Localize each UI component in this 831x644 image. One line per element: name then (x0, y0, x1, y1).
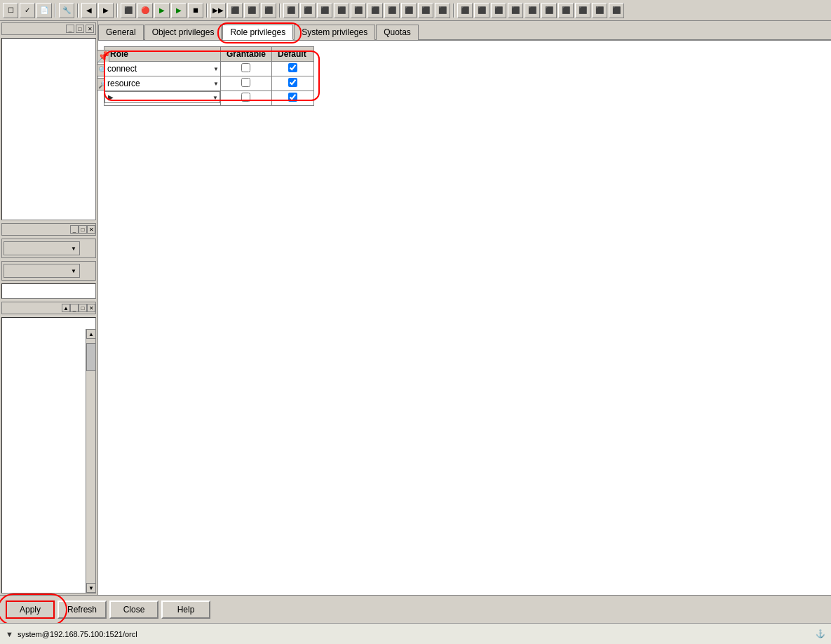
role-cell-resource[interactable]: resource ▼ (104, 76, 221, 91)
panel-btn-restore-1[interactable]: □ (76, 25, 84, 33)
panel-btn-close-2[interactable]: ✕ (87, 225, 95, 234)
scroll-down-arrow[interactable]: ▼ (86, 583, 96, 593)
toolbar-btn-play[interactable]: ▶ (154, 3, 170, 18)
toolbar-btn-14[interactable]: ⬛ (367, 3, 383, 18)
col-header-default: Default (272, 47, 314, 62)
tab-object-privileges[interactable]: Object privileges (144, 25, 222, 40)
toolbar-btn-15[interactable]: ⬛ (384, 3, 400, 18)
content-area: General Object privileges Role privilege… (98, 21, 831, 595)
tab-general[interactable]: General (98, 25, 144, 40)
toolbar-btn-10[interactable]: ⬛ (300, 3, 316, 18)
default-checkbox-connect[interactable] (288, 63, 297, 72)
toolbar-btn-21[interactable]: ⬛ (491, 3, 506, 18)
panel-btn-minimize-1[interactable]: _ (66, 25, 74, 33)
panel-btn-close-3[interactable]: ✕ (87, 304, 95, 312)
role-dropdown-arrow-3: ▼ (212, 94, 218, 100)
toolbar-btn-16[interactable]: ⬛ (401, 3, 417, 18)
toolbar-sep-3 (116, 4, 118, 18)
grantable-checkbox-new[interactable] (241, 93, 250, 102)
toolbar-btn-stop[interactable]: ⬛ (121, 3, 136, 18)
panel-btn-up-3[interactable]: ▲ (62, 304, 70, 312)
toolbar-btn-5[interactable]: ▶▶ (210, 3, 226, 18)
apply-button[interactable]: Apply (6, 601, 55, 619)
toolbar-btn-forward[interactable]: ▶ (98, 3, 114, 18)
bottom-list-panel: ▲ ▼ (1, 317, 96, 593)
help-button[interactable]: Help (161, 601, 210, 619)
grantable-cell-new[interactable] (220, 91, 271, 106)
toolbar-btn-red[interactable]: 🔴 (137, 3, 153, 18)
scrollbar-thumb[interactable] (86, 343, 96, 371)
grantable-checkbox-resource[interactable] (241, 78, 250, 87)
toolbar-btn-2[interactable]: ✓ (20, 3, 35, 18)
pin-icon[interactable]: 📌 (97, 50, 109, 62)
left-panel: _ □ ✕ 📌 🔍 🔎 _ □ ✕ ▼ (0, 21, 98, 595)
tree-panel: 📌 🔍 🔎 (1, 38, 96, 220)
toolbar-btn-stop2[interactable]: ⏹ (188, 3, 203, 18)
toolbar-sep-2 (77, 4, 79, 18)
toolbar-btn-23[interactable]: ⬛ (525, 3, 540, 18)
toolbar-btn-26[interactable]: ⬛ (575, 3, 590, 18)
scroll-up-arrow[interactable]: ▲ (86, 329, 96, 339)
default-checkbox-new[interactable] (288, 93, 297, 102)
scrollbar-vertical[interactable]: ▲ ▼ (86, 329, 95, 593)
toolbar-btn-11[interactable]: ⬛ (317, 3, 332, 18)
dropdown-2[interactable]: ▼ (4, 264, 80, 278)
default-cell-resource[interactable] (272, 76, 314, 91)
toolbar-btn-27[interactable]: ⬛ (592, 3, 607, 18)
toolbar-sep-6 (453, 4, 454, 18)
toolbar-btn-back[interactable]: ◀ (81, 3, 97, 18)
toolbar-btn-25[interactable]: ⬛ (558, 3, 574, 18)
dropdown-1[interactable]: ▼ (4, 241, 80, 255)
toolbar-btn-9[interactable]: ⬛ (283, 3, 299, 18)
connection-text: system@192.168.75.100:1521/orcl (18, 630, 137, 638)
toolbar-btn-8[interactable]: ⬛ (261, 3, 276, 18)
grantable-checkbox-connect[interactable] (241, 63, 250, 72)
role-cell-new[interactable]: ▶ ▼ (104, 91, 220, 103)
panel-btn-minimize-2[interactable]: _ (70, 225, 79, 234)
role-cell-connect[interactable]: connect ▼ (104, 62, 221, 76)
panel-btn-minimize-3[interactable]: _ (70, 304, 79, 312)
default-checkbox-resource[interactable] (288, 78, 297, 87)
dropdown-1-arrow: ▼ (71, 246, 76, 252)
toolbar-btn-4[interactable]: 🔧 (59, 3, 74, 18)
tab-quotas[interactable]: Quotas (376, 25, 419, 40)
grantable-cell-resource[interactable] (220, 76, 271, 91)
toolbar-btn-18[interactable]: ⬛ (435, 3, 450, 18)
toolbar-sep-1 (55, 4, 56, 18)
grantable-cell-connect[interactable] (220, 62, 271, 76)
toolbar-btn-28[interactable]: ⬛ (609, 3, 624, 18)
refresh-button[interactable]: Refresh (58, 601, 107, 619)
panel-btn-close-1[interactable]: ✕ (86, 25, 94, 33)
bottom-buttons-bar: Apply Refresh Close Help (0, 595, 831, 623)
toolbar-btn-13[interactable]: ⬛ (351, 3, 366, 18)
tab-content-role-privileges: Role Grantable Default connect ▼ (98, 41, 831, 595)
role-dropdown-arrow-1: ▼ (213, 66, 219, 72)
default-cell-connect[interactable] (272, 62, 314, 76)
toolbar-btn-1[interactable]: ☐ (3, 3, 18, 18)
table-row: connect ▼ (104, 62, 314, 76)
toolbar-btn-6[interactable]: ⬛ (227, 3, 243, 18)
toolbar-btn-24[interactable]: ⬛ (541, 3, 557, 18)
dropdown-1-container: ▼ (1, 239, 96, 258)
panel-btn-restore-3[interactable]: □ (79, 304, 87, 312)
toolbar-btn-play2[interactable]: ▶ (171, 3, 187, 18)
dropdown-2-container: ▼ (1, 261, 96, 281)
panel-btn-restore-2[interactable]: □ (79, 225, 87, 234)
tab-role-privileges[interactable]: Role privileges (222, 25, 293, 40)
table-row: resource ▼ (104, 76, 314, 91)
connection-bar: ▼ system@192.168.75.100:1521/orcl ⚓ (0, 623, 831, 644)
toolbar-btn-22[interactable]: ⬛ (508, 3, 523, 18)
toolbar-btn-20[interactable]: ⬛ (474, 3, 489, 18)
col-header-grantable: Grantable (220, 47, 271, 62)
toolbar-btn-3[interactable]: 📄 (36, 3, 52, 18)
default-cell-new[interactable] (272, 91, 314, 106)
toolbar-btn-7[interactable]: ⬛ (244, 3, 259, 18)
close-button[interactable]: Close (109, 601, 158, 619)
connection-indicator: ▼ (6, 630, 13, 638)
toolbar-btn-19[interactable]: ⬛ (457, 3, 473, 18)
table-row-new: ▶ ▼ (104, 91, 314, 106)
toolbar-btn-17[interactable]: ⬛ (418, 3, 433, 18)
search-input[interactable] (2, 284, 95, 298)
toolbar-btn-12[interactable]: ⬛ (334, 3, 349, 18)
tab-system-privileges[interactable]: System privileges (294, 25, 375, 40)
